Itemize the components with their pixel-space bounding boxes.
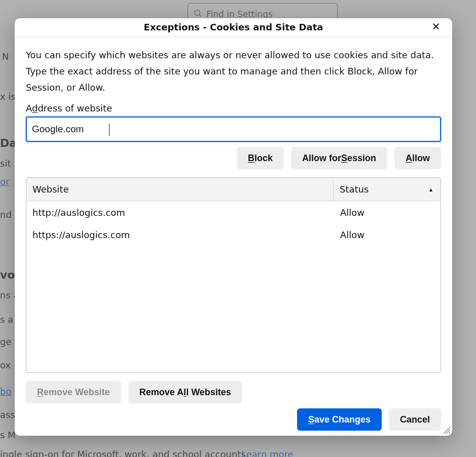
dialog-footer: Save Changes Cancel — [26, 408, 441, 436]
block-button[interactable]: Block — [237, 147, 284, 169]
table-row[interactable]: http://auslogics.comAllow — [26, 201, 441, 223]
cell-website: http://auslogics.com — [26, 207, 333, 218]
remove-all-websites-button[interactable]: Remove All Websites — [128, 381, 242, 403]
cell-website: https://auslogics.com — [26, 230, 333, 240]
dialog-header: Exceptions - Cookies and Site Data — [15, 18, 452, 37]
save-changes-button[interactable]: Save Changes — [297, 408, 382, 431]
allow-button[interactable]: Allow — [394, 147, 441, 169]
table-row[interactable]: https://auslogics.comAllow — [26, 223, 441, 246]
column-header-status[interactable]: Status ▴ — [333, 178, 441, 201]
text-caret — [109, 124, 109, 136]
address-label: Address of website — [26, 103, 441, 113]
table-action-row: Remove Website Remove All Websites — [26, 381, 441, 403]
svg-line-6 — [449, 432, 450, 434]
dialog-title: Exceptions - Cookies and Site Data — [144, 22, 323, 32]
dialog-body: You can specify which websites are alway… — [15, 37, 452, 436]
close-button[interactable] — [426, 18, 446, 36]
cancel-button[interactable]: Cancel — [389, 408, 441, 431]
cell-status: Allow — [333, 207, 441, 218]
dialog-description: You can specify which websites are alway… — [26, 47, 441, 96]
column-header-website[interactable]: Website — [26, 178, 333, 201]
cell-status: Allow — [333, 230, 441, 240]
action-button-row: Block Allow for Session Allow — [26, 147, 441, 169]
exceptions-table: Website Status ▴ http://auslogics.comAll… — [26, 177, 441, 373]
table-header: Website Status ▴ — [26, 178, 441, 201]
remove-website-button[interactable]: Remove Website — [26, 381, 121, 403]
close-icon — [431, 22, 441, 32]
allow-for-session-button[interactable]: Allow for Session — [291, 147, 387, 169]
sort-ascending-icon: ▴ — [429, 186, 432, 193]
resize-grip-icon[interactable] — [442, 425, 451, 434]
address-input[interactable] — [26, 117, 441, 142]
exceptions-dialog: Exceptions - Cookies and Site Data You c… — [15, 18, 452, 436]
table-body: http://auslogics.comAllowhttps://auslogi… — [26, 201, 441, 372]
